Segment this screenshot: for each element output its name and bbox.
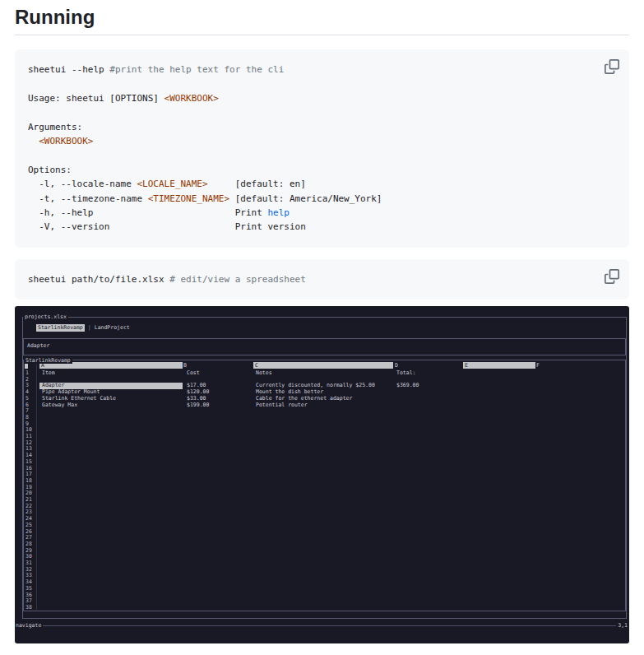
code-segment: Arguments: xyxy=(28,122,82,132)
code-block-run: sheetui path/to/file.xlsx # edit/view a … xyxy=(15,259,629,300)
column-letter-d: D xyxy=(395,362,398,369)
cell-notes: Notes xyxy=(256,370,272,377)
cell-notes: Potential router xyxy=(256,402,308,409)
status-mode: navigate xyxy=(16,622,41,629)
code-segment: -h, --help Print xyxy=(28,207,267,218)
cell-item: Item xyxy=(42,370,55,377)
code-line: -t, --timezone-name <TIMEZONE_NAME> [def… xyxy=(28,192,616,206)
code-line: -l, --locale-name <LOCALE_NAME> [default… xyxy=(28,177,616,191)
tab-separator: | xyxy=(88,324,91,332)
section-heading: Running xyxy=(15,5,629,35)
code-line: -V, --version Print version xyxy=(28,220,616,234)
cell-cost: Cost xyxy=(187,370,200,377)
code-line xyxy=(28,77,616,91)
tab-landproject: LandProject xyxy=(95,324,130,332)
column-header-bar-e xyxy=(463,362,535,369)
sheet-frame-title: StarlinkRevamp xyxy=(24,357,72,364)
code-line: Options: xyxy=(28,163,616,177)
code-segment: [default: en] xyxy=(208,179,306,189)
copy-button[interactable] xyxy=(603,267,621,286)
cell-cost: $199.00 xyxy=(187,402,209,409)
code-segment: [default: America/New_York] xyxy=(229,193,382,204)
code-line xyxy=(28,105,616,119)
status-position: 3,1 xyxy=(618,622,628,629)
code-line: sheetui path/to/file.xlsx # edit/view a … xyxy=(28,272,616,286)
code-segment: help xyxy=(267,207,290,218)
code-line: Usage: sheetui [OPTIONS] <WORKBOOK> xyxy=(28,91,616,105)
code-line: <WORKBOOK> xyxy=(28,134,616,148)
sheet-tabs: StarlinkRevamp | LandProject xyxy=(36,324,130,332)
code-segment: -l, --locale-name xyxy=(28,179,137,189)
column-letter-f: F xyxy=(536,362,540,369)
workbook-title: projects.xlsx xyxy=(23,314,68,320)
column-letter-b: B xyxy=(183,362,187,369)
code-segment: Usage: sheetui [OPTIONS] xyxy=(28,93,164,104)
readme-page: Running sheetui --help #print the help t… xyxy=(0,0,644,655)
cell-item: Gateway Max xyxy=(42,402,77,409)
copy-icon xyxy=(605,269,619,284)
code-segment: -V, --version Print version xyxy=(28,221,306,232)
code-segment xyxy=(28,136,39,146)
code-content: sheetui path/to/file.xlsx # edit/view a … xyxy=(28,272,616,286)
cell-item: Adapter xyxy=(42,383,64,389)
terminal-screenshot[interactable]: projects.xlsx StarlinkRevamp | LandProje… xyxy=(15,306,629,643)
code-line xyxy=(28,148,616,162)
code-segment: <LOCALE_NAME> xyxy=(137,179,207,189)
code-segment: <WORKBOOK> xyxy=(164,93,219,104)
code-content: sheetui --help #print the help text for … xyxy=(28,63,616,235)
tab-starlinkrevamp: StarlinkRevamp xyxy=(36,324,85,332)
code-line: Arguments: xyxy=(28,120,616,134)
sheet-grid: A B C D E F 1234567891011121314151617181… xyxy=(24,360,625,611)
cell-total: Total: xyxy=(396,370,415,377)
status-divider xyxy=(43,625,616,626)
cell-total: $369.00 xyxy=(396,383,419,389)
code-segment: Options: xyxy=(28,165,72,175)
copy-icon xyxy=(605,59,619,74)
code-line: -h, --help Print help xyxy=(28,206,616,220)
status-bar: navigate 3,1 xyxy=(16,622,628,629)
code-segment: #print the help text for the cli xyxy=(109,64,284,75)
row-number: 38 xyxy=(25,605,32,611)
column-letter-c: C xyxy=(255,362,258,369)
code-segment: sheetui --help xyxy=(28,64,109,75)
code-segment: -t, --timezone-name xyxy=(28,193,148,204)
code-block-help: sheetui --help #print the help text for … xyxy=(15,49,629,248)
code-segment: # edit/view a spreadsheet xyxy=(169,274,306,285)
row-number-divider xyxy=(36,362,37,610)
copy-button[interactable] xyxy=(603,58,621,76)
sheet-frame: A B C D E F 1234567891011121314151617181… xyxy=(23,360,626,611)
code-segment: sheetui path/to/file.xlsx xyxy=(28,274,169,285)
code-line: sheetui --help #print the help text for … xyxy=(28,63,616,77)
column-letter-e: E xyxy=(465,362,468,369)
cell-input-value: Adapter xyxy=(27,339,49,353)
code-segment: <TIMEZONE_NAME> xyxy=(148,193,229,204)
code-segment: <WORKBOOK> xyxy=(39,136,93,146)
cell-input: Adapter xyxy=(23,338,626,355)
column-header-bar-c xyxy=(253,362,393,369)
